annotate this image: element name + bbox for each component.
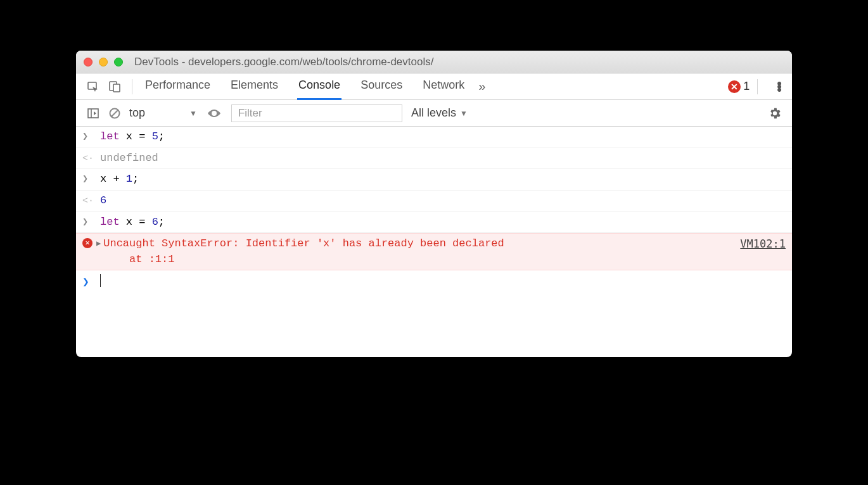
input-chevron-icon: ❯ xyxy=(82,173,88,187)
toolbar-divider xyxy=(757,79,758,94)
window-title: DevTools - developers.google.com/web/too… xyxy=(134,56,433,68)
output-chevron-icon: <· xyxy=(82,152,94,166)
console-row: ❯let x = 5; xyxy=(76,127,792,148)
minimize-window-button[interactable] xyxy=(99,58,108,66)
zoom-window-button[interactable] xyxy=(114,58,123,66)
context-selector[interactable]: top ▼ xyxy=(129,106,197,120)
more-tabs-button[interactable]: » xyxy=(478,79,485,94)
settings-menu-button[interactable]: ••• xyxy=(773,80,786,92)
inspect-element-icon[interactable] xyxy=(85,79,101,95)
error-badge-icon[interactable]: ✕ xyxy=(728,80,741,93)
log-levels-selector[interactable]: All levels ▼ xyxy=(411,106,468,120)
console-row: ❯x + 1; xyxy=(76,169,792,191)
console-input-line: let x = 5; xyxy=(100,129,786,145)
svg-line-7 xyxy=(112,110,118,117)
error-source-link[interactable]: VM102:1 xyxy=(727,236,786,252)
console-settings-icon[interactable] xyxy=(767,105,783,122)
input-chevron-icon: ❯ xyxy=(82,130,88,144)
svg-marker-5 xyxy=(94,111,96,115)
expand-error-icon[interactable]: ▶ xyxy=(96,239,101,249)
console-input[interactable] xyxy=(100,273,786,289)
filter-input[interactable] xyxy=(231,104,402,122)
panel-tabs: Performance Elements Console Sources Net… xyxy=(144,73,466,100)
tab-performance[interactable]: Performance xyxy=(144,73,212,100)
traffic-lights xyxy=(84,58,123,66)
tab-sources[interactable]: Sources xyxy=(359,73,404,100)
svg-rect-2 xyxy=(113,84,120,92)
error-icon: ✕ xyxy=(82,238,93,248)
console-output-line: undefined xyxy=(100,151,786,167)
levels-label: All levels xyxy=(411,106,456,120)
live-expression-icon[interactable] xyxy=(206,105,222,122)
console-row: ✕▶Uncaught SyntaxError: Identifier 'x' h… xyxy=(76,233,792,270)
error-count[interactable]: 1 xyxy=(743,80,750,93)
console-row: <·6 xyxy=(76,191,792,212)
close-window-button[interactable] xyxy=(84,58,93,66)
toggle-device-icon[interactable] xyxy=(106,79,123,95)
clear-console-icon[interactable] xyxy=(106,105,123,122)
console-input-line: let x = 6; xyxy=(100,215,786,230)
console-row: <·undefined xyxy=(76,148,792,170)
svg-point-8 xyxy=(213,112,215,115)
error-message: Uncaught SyntaxError: Identifier 'x' has… xyxy=(103,236,727,267)
context-label: top xyxy=(129,106,145,120)
svg-rect-3 xyxy=(88,109,98,118)
prompt-chevron-icon: ❯ xyxy=(82,274,89,291)
dropdown-triangle-icon: ▼ xyxy=(460,109,468,118)
console-filter-bar: top ▼ All levels ▼ xyxy=(76,100,792,127)
titlebar: DevTools - developers.google.com/web/too… xyxy=(76,51,792,73)
toolbar-divider xyxy=(132,79,132,94)
console-input-line: x + 1; xyxy=(100,172,786,187)
console-row: ❯let x = 6; xyxy=(76,212,792,234)
main-toolbar: Performance Elements Console Sources Net… xyxy=(76,73,792,100)
output-chevron-icon: <· xyxy=(82,194,94,208)
dropdown-triangle-icon: ▼ xyxy=(189,109,197,118)
tab-console[interactable]: Console xyxy=(297,73,341,100)
tab-elements[interactable]: Elements xyxy=(229,73,279,100)
input-chevron-icon: ❯ xyxy=(82,216,88,230)
console-prompt[interactable]: ❯ xyxy=(76,270,792,293)
console-output-line: 6 xyxy=(100,193,786,209)
tab-network[interactable]: Network xyxy=(421,73,466,100)
console-output: ❯let x = 5;<·undefined❯x + 1;<·6❯let x =… xyxy=(76,127,792,357)
toggle-sidebar-icon[interactable] xyxy=(85,105,101,122)
devtools-window: DevTools - developers.google.com/web/too… xyxy=(76,51,792,357)
